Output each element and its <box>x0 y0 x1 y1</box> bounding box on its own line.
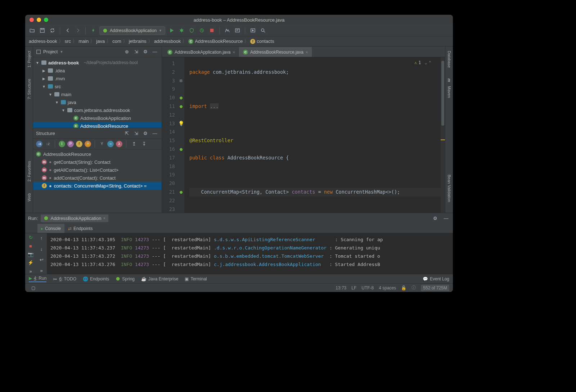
open-icon[interactable] <box>28 27 36 35</box>
tree-root[interactable]: ▼address-book ~/IdeaProjects/address-boo… <box>33 59 162 67</box>
intention-bulb-icon[interactable]: 💡 <box>178 120 184 128</box>
profile-icon[interactable] <box>198 27 206 35</box>
breadcrumb-item[interactable]: java <box>96 39 105 44</box>
show-inherited-icon[interactable]: Y <box>99 141 105 147</box>
gear-icon[interactable]: ⚙ <box>141 129 149 137</box>
spring-gutter-icon[interactable]: ● <box>180 102 183 111</box>
run-config-selector[interactable]: AddressBookApplication ▼ <box>99 26 165 35</box>
breadcrumb-item[interactable]: main <box>78 39 89 44</box>
maximize-icon[interactable] <box>44 18 48 22</box>
tree-node[interactable]: ▶.mvn <box>33 75 162 82</box>
breadcrumb-item[interactable]: address-book <box>29 39 57 44</box>
scroll-thumb[interactable] <box>441 61 444 126</box>
project-tree[interactable]: ▼address-book ~/IdeaProjects/address-boo… <box>33 57 162 128</box>
chevron-down-icon[interactable]: ▼ <box>60 50 63 54</box>
structure-item[interactable]: m●getContact(String): Contact <box>33 158 162 166</box>
tab-project[interactable]: 1: Project <box>26 49 32 69</box>
caret-position[interactable]: 13:73 <box>336 285 346 290</box>
show-anonymous-icon[interactable]: ○ <box>107 141 114 147</box>
tree-node[interactable]: ▼main <box>33 90 162 98</box>
tree-node[interactable]: ▼src <box>33 82 162 90</box>
save-icon[interactable] <box>38 27 46 35</box>
warning-mark[interactable] <box>441 139 445 140</box>
autoscroll-from-icon[interactable]: ↧ <box>140 140 148 148</box>
autoscroll-source-icon[interactable]: ↥ <box>130 140 138 148</box>
spring-gutter-icon[interactable]: ● <box>180 145 183 154</box>
show-nonpublic-icon[interactable]: 🔒 <box>85 141 91 147</box>
back-icon[interactable] <box>64 27 72 35</box>
close-icon[interactable]: × <box>306 50 308 54</box>
update-icon[interactable] <box>223 27 231 35</box>
tab-console[interactable]: ▸Console <box>37 224 64 233</box>
search-icon[interactable] <box>259 27 267 35</box>
show-properties-icon[interactable]: P <box>67 141 74 147</box>
camera-icon[interactable]: 📷 <box>27 252 35 257</box>
editor-tab-active[interactable]: CAddressBookResource.java× <box>239 47 312 57</box>
tree-node[interactable]: ▼java <box>33 98 162 106</box>
bottom-tab-todo[interactable]: ≔ 6: TODO <box>53 276 76 281</box>
encoding[interactable]: UTF-8 <box>361 285 374 290</box>
breadcrumb-item[interactable]: addressbook <box>154 39 181 44</box>
build-icon[interactable] <box>89 27 97 35</box>
hide-icon[interactable]: — <box>151 48 159 56</box>
bottom-tab-eventlog[interactable]: 💬 Event Log <box>423 276 449 281</box>
spring-gutter-icon[interactable]: ● <box>180 94 183 102</box>
structure-item[interactable]: CAddressBookResource <box>33 150 162 158</box>
sort-visibility-icon[interactable]: ↓z <box>45 141 51 147</box>
show-interfaces-icon[interactable]: I <box>59 141 65 147</box>
show-lambdas-icon[interactable]: λ <box>116 141 122 147</box>
chevron-up-icon[interactable]: ⌃ <box>429 60 431 65</box>
memory-indicator[interactable]: 552 of 725M <box>421 285 449 291</box>
inspection-widget[interactable]: ⚠ 1 ⌄ ⌃ <box>414 60 431 65</box>
settings-icon[interactable] <box>233 27 241 35</box>
sort-alpha-icon[interactable]: ↓a <box>36 141 42 147</box>
inspection-icon[interactable]: ⓘ <box>411 285 416 291</box>
gear-icon[interactable]: ⚙ <box>431 214 439 222</box>
collapse-icon[interactable]: ⇲ <box>132 48 140 56</box>
close-icon[interactable] <box>30 18 34 22</box>
tree-node[interactable]: CAddressBookApplication <box>33 114 162 122</box>
tab-structure[interactable]: 7: Structure <box>26 77 32 102</box>
spring-gutter-icon[interactable]: ● <box>180 188 183 197</box>
indent[interactable]: 4 spaces <box>379 285 396 290</box>
scroll-down-icon[interactable]: ↓ <box>37 245 45 253</box>
breadcrumb-class[interactable]: CAddressBookResource <box>188 39 243 44</box>
locate-icon[interactable]: ⊕ <box>123 48 131 56</box>
tab-favorites[interactable]: 2: Favorites <box>26 159 32 184</box>
breadcrumb-item[interactable]: com <box>112 39 121 44</box>
collapse-icon[interactable]: ⇲ <box>132 129 140 137</box>
bottom-tab-javaee[interactable]: ☕ Java Enterprise <box>141 276 178 281</box>
rerun-icon[interactable]: ↻ <box>27 235 35 240</box>
line-separator[interactable]: LF <box>351 285 356 290</box>
more-icon[interactable]: » <box>27 269 35 274</box>
actuator-icon[interactable]: ⚡ <box>27 260 35 265</box>
tab-bean-validation[interactable]: Bean Validation <box>446 172 452 204</box>
run-config-tab[interactable]: AddressBookApplication × <box>41 215 108 222</box>
stop-icon[interactable]: ■ <box>27 243 35 248</box>
tab-web[interactable]: Web <box>26 191 32 203</box>
tree-node[interactable]: ▶.idea <box>33 67 162 75</box>
tab-database[interactable]: Database <box>446 49 452 70</box>
hide-icon[interactable]: — <box>442 214 450 222</box>
run-icon[interactable] <box>167 27 175 35</box>
breadcrumb-member[interactable]: fcontacts <box>250 39 274 44</box>
breadcrumb-item[interactable]: src <box>65 39 71 44</box>
minimize-icon[interactable] <box>37 18 41 22</box>
code-content[interactable]: package com.jetbrains.addressbook; impor… <box>184 57 441 213</box>
close-icon[interactable]: × <box>103 216 105 220</box>
bottom-tab-terminal[interactable]: ▣ Terminal <box>185 276 207 281</box>
scroll-up-icon[interactable]: ↑ <box>37 235 45 242</box>
structure-item[interactable]: m●getAllContacts(): List<Contact> <box>33 166 162 174</box>
tree-node-selected[interactable]: CAddressBookResource <box>33 122 162 128</box>
structure-panel-title[interactable]: Structure <box>36 131 55 136</box>
bottom-tab-endpoints[interactable]: 🌐 Endpoints <box>83 276 109 281</box>
console-output[interactable]: 2020-04-13 11:37:43.105 INFO 14273 --- [… <box>47 233 453 274</box>
tab-endpoints[interactable]: ⇄Endpoints <box>64 224 96 233</box>
forward-icon[interactable] <box>74 27 82 35</box>
breadcrumb-item[interactable]: jetbrains <box>129 39 147 44</box>
expand-icon[interactable]: ⇱ <box>123 129 131 137</box>
bottom-tab-spring[interactable]: Spring <box>116 276 135 281</box>
sync-icon[interactable] <box>48 27 56 35</box>
coverage-icon[interactable] <box>188 27 195 35</box>
wrap-icon[interactable]: ↩ <box>37 256 45 263</box>
